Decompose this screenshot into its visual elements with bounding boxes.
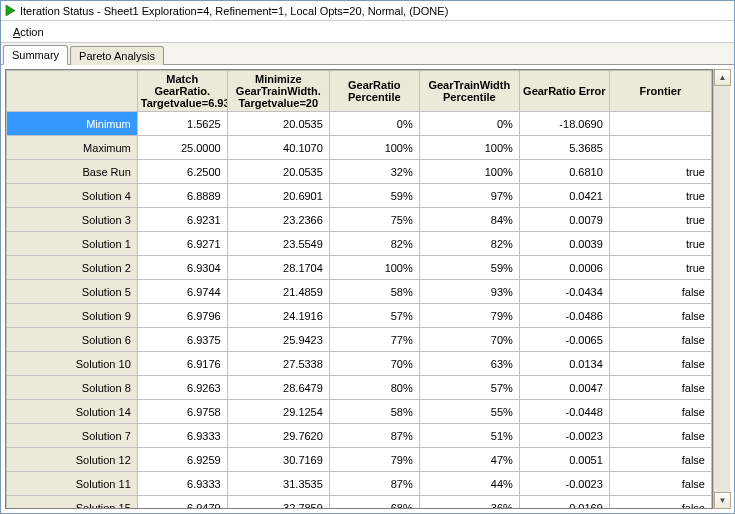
cell-geartrainwidth-percentile[interactable]: 100% bbox=[419, 160, 519, 184]
cell-gearratio-percentile[interactable]: 77% bbox=[329, 328, 419, 352]
cell-minimize[interactable]: 30.7169 bbox=[227, 448, 329, 472]
cell-gearratio-error[interactable]: 0.0039 bbox=[519, 232, 609, 256]
cell-gearratio-error[interactable]: -0.0065 bbox=[519, 328, 609, 352]
cell-match[interactable]: 6.9796 bbox=[137, 304, 227, 328]
row-name[interactable]: Solution 10 bbox=[7, 352, 138, 376]
cell-geartrainwidth-percentile[interactable]: 82% bbox=[419, 232, 519, 256]
cell-gearratio-error[interactable]: 0.0006 bbox=[519, 256, 609, 280]
cell-frontier[interactable]: false bbox=[609, 280, 711, 304]
header-frontier[interactable]: Frontier bbox=[609, 71, 711, 112]
cell-frontier[interactable]: false bbox=[609, 328, 711, 352]
row-name[interactable]: Solution 15 bbox=[7, 496, 138, 509]
header-match-gearratio[interactable]: Match GearRatio. Targetvalue=6.93 bbox=[137, 71, 227, 112]
row-name[interactable]: Solution 7 bbox=[7, 424, 138, 448]
table-row[interactable]: Solution 96.979624.191657%79%-0.0486fals… bbox=[7, 304, 712, 328]
cell-geartrainwidth-percentile[interactable]: 57% bbox=[419, 376, 519, 400]
header-rowhead[interactable] bbox=[7, 71, 138, 112]
row-name[interactable]: Solution 1 bbox=[7, 232, 138, 256]
cell-minimize[interactable]: 20.0535 bbox=[227, 112, 329, 136]
cell-geartrainwidth-percentile[interactable]: 100% bbox=[419, 136, 519, 160]
cell-gearratio-percentile[interactable]: 82% bbox=[329, 232, 419, 256]
table-row[interactable]: Solution 86.926328.647980%57%0.0047false bbox=[7, 376, 712, 400]
cell-match[interactable]: 6.9259 bbox=[137, 448, 227, 472]
cell-minimize[interactable]: 23.5549 bbox=[227, 232, 329, 256]
cell-gearratio-percentile[interactable]: 32% bbox=[329, 160, 419, 184]
table-row[interactable]: Solution 116.933331.353587%44%-0.0023fal… bbox=[7, 472, 712, 496]
cell-gearratio-error[interactable]: 0.0051 bbox=[519, 448, 609, 472]
row-name[interactable]: Maximum bbox=[7, 136, 138, 160]
row-name[interactable]: Solution 14 bbox=[7, 400, 138, 424]
header-minimize-geartrainwidth[interactable]: Minimize GearTrainWidth. Targetvalue=20 bbox=[227, 71, 329, 112]
cell-minimize[interactable]: 27.5338 bbox=[227, 352, 329, 376]
cell-minimize[interactable]: 29.1254 bbox=[227, 400, 329, 424]
table-row[interactable]: Solution 46.888920.690159%97%0.0421true bbox=[7, 184, 712, 208]
cell-gearratio-percentile[interactable]: 79% bbox=[329, 448, 419, 472]
cell-minimize[interactable]: 20.0535 bbox=[227, 160, 329, 184]
row-name[interactable]: Solution 5 bbox=[7, 280, 138, 304]
cell-geartrainwidth-percentile[interactable]: 93% bbox=[419, 280, 519, 304]
cell-match[interactable]: 6.9231 bbox=[137, 208, 227, 232]
row-name[interactable]: Solution 8 bbox=[7, 376, 138, 400]
cell-minimize[interactable]: 31.3535 bbox=[227, 472, 329, 496]
cell-match[interactable]: 6.9375 bbox=[137, 328, 227, 352]
cell-geartrainwidth-percentile[interactable]: 55% bbox=[419, 400, 519, 424]
scroll-up-button[interactable]: ▲ bbox=[714, 69, 731, 86]
cell-match[interactable]: 1.5625 bbox=[137, 112, 227, 136]
cell-gearratio-error[interactable]: 0.6810 bbox=[519, 160, 609, 184]
cell-gearratio-error[interactable]: -0.0448 bbox=[519, 400, 609, 424]
cell-frontier[interactable] bbox=[609, 112, 711, 136]
cell-geartrainwidth-percentile[interactable]: 79% bbox=[419, 304, 519, 328]
table-row[interactable]: Solution 26.930428.1704100%59%0.0006true bbox=[7, 256, 712, 280]
cell-gearratio-error[interactable]: -18.0690 bbox=[519, 112, 609, 136]
row-name[interactable]: Base Run bbox=[7, 160, 138, 184]
cell-gearratio-percentile[interactable]: 87% bbox=[329, 424, 419, 448]
cell-geartrainwidth-percentile[interactable]: 44% bbox=[419, 472, 519, 496]
table-row[interactable]: Base Run6.250020.053532%100%0.6810true bbox=[7, 160, 712, 184]
cell-frontier[interactable]: true bbox=[609, 208, 711, 232]
row-name[interactable]: Minimum bbox=[7, 112, 138, 136]
scroll-down-button[interactable]: ▼ bbox=[714, 492, 731, 509]
cell-gearratio-error[interactable]: 0.0079 bbox=[519, 208, 609, 232]
cell-geartrainwidth-percentile[interactable]: 59% bbox=[419, 256, 519, 280]
row-name[interactable]: Solution 4 bbox=[7, 184, 138, 208]
cell-minimize[interactable]: 40.1070 bbox=[227, 136, 329, 160]
cell-gearratio-percentile[interactable]: 70% bbox=[329, 352, 419, 376]
cell-match[interactable]: 6.9479 bbox=[137, 496, 227, 509]
cell-gearratio-error[interactable]: 0.0421 bbox=[519, 184, 609, 208]
table-row[interactable]: Solution 16.927123.554982%82%0.0039true bbox=[7, 232, 712, 256]
cell-frontier[interactable]: false bbox=[609, 496, 711, 509]
table-row[interactable]: Solution 76.933329.762087%51%-0.0023fals… bbox=[7, 424, 712, 448]
cell-match[interactable]: 6.9271 bbox=[137, 232, 227, 256]
cell-geartrainwidth-percentile[interactable]: 84% bbox=[419, 208, 519, 232]
cell-gearratio-error[interactable]: -0.0434 bbox=[519, 280, 609, 304]
cell-gearratio-percentile[interactable]: 58% bbox=[329, 400, 419, 424]
cell-gearratio-percentile[interactable]: 80% bbox=[329, 376, 419, 400]
cell-gearratio-error[interactable]: -0.0169 bbox=[519, 496, 609, 509]
row-name[interactable]: Solution 12 bbox=[7, 448, 138, 472]
cell-frontier[interactable]: false bbox=[609, 400, 711, 424]
cell-match[interactable]: 6.9333 bbox=[137, 424, 227, 448]
header-geartrainwidth-percentile[interactable]: GearTrainWidth Percentile bbox=[419, 71, 519, 112]
cell-match[interactable]: 6.9263 bbox=[137, 376, 227, 400]
cell-gearratio-error[interactable]: 0.0047 bbox=[519, 376, 609, 400]
menu-action[interactable]: Action bbox=[7, 24, 50, 40]
cell-minimize[interactable]: 32.7859 bbox=[227, 496, 329, 509]
cell-minimize[interactable]: 28.1704 bbox=[227, 256, 329, 280]
cell-gearratio-error[interactable]: -0.0486 bbox=[519, 304, 609, 328]
cell-match[interactable]: 6.9744 bbox=[137, 280, 227, 304]
cell-match[interactable]: 6.9758 bbox=[137, 400, 227, 424]
cell-gearratio-percentile[interactable]: 68% bbox=[329, 496, 419, 509]
cell-geartrainwidth-percentile[interactable]: 63% bbox=[419, 352, 519, 376]
table-row[interactable]: Maximum25.000040.1070100%100%5.3685 bbox=[7, 136, 712, 160]
cell-gearratio-percentile[interactable]: 58% bbox=[329, 280, 419, 304]
cell-gearratio-percentile[interactable]: 100% bbox=[329, 136, 419, 160]
row-name[interactable]: Solution 11 bbox=[7, 472, 138, 496]
cell-geartrainwidth-percentile[interactable]: 70% bbox=[419, 328, 519, 352]
table-row[interactable]: Solution 156.947932.785968%36%-0.0169fal… bbox=[7, 496, 712, 509]
cell-gearratio-percentile[interactable]: 59% bbox=[329, 184, 419, 208]
cell-minimize[interactable]: 29.7620 bbox=[227, 424, 329, 448]
cell-match[interactable]: 6.2500 bbox=[137, 160, 227, 184]
cell-minimize[interactable]: 23.2366 bbox=[227, 208, 329, 232]
cell-match[interactable]: 25.0000 bbox=[137, 136, 227, 160]
cell-frontier[interactable]: false bbox=[609, 304, 711, 328]
